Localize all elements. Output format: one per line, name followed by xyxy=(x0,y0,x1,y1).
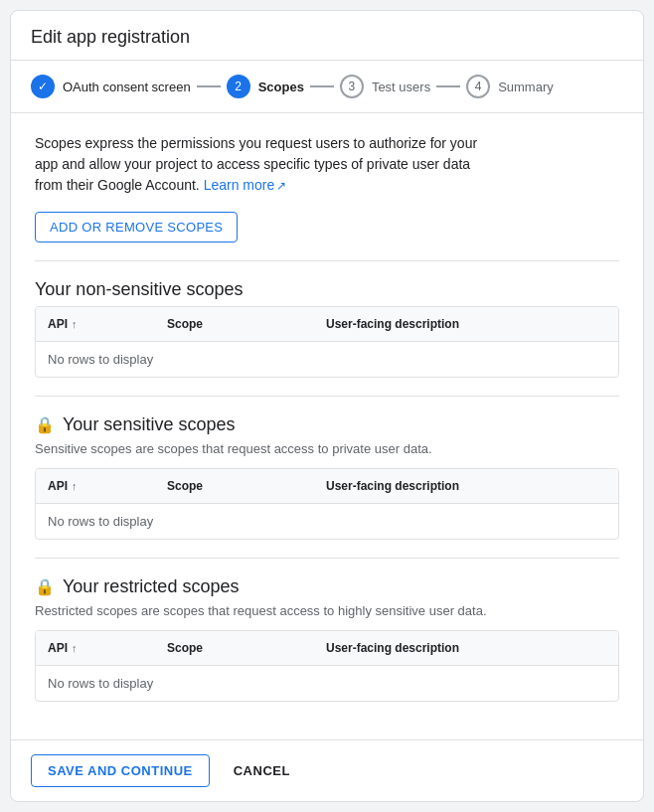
step-label-oauth: OAuth consent screen xyxy=(63,80,191,94)
step-circle-summary: 4 xyxy=(466,75,490,98)
sensitive-col-desc: User-facing description xyxy=(326,479,606,493)
restricted-title: 🔒 Your restricted scopes xyxy=(35,576,619,597)
sort-icon-restricted: ↑ xyxy=(72,642,78,654)
restricted-description: Restricted scopes are scopes that reques… xyxy=(35,603,619,618)
sensitive-col-api: API ↑ xyxy=(48,479,167,493)
divider-3 xyxy=(35,558,619,559)
connector-3 xyxy=(436,85,460,87)
sensitive-title-text: Your sensitive scopes xyxy=(63,414,235,435)
step-circle-test-users: 3 xyxy=(340,75,364,98)
restricted-title-text: Your restricted scopes xyxy=(63,576,239,597)
step-circle-oauth: ✓ xyxy=(31,75,55,98)
sensitive-section: 🔒 Your sensitive scopes Sensitive scopes… xyxy=(35,414,619,540)
non-sensitive-col-desc: User-facing description xyxy=(326,317,606,331)
restricted-empty: No rows to display xyxy=(36,666,618,701)
sort-icon-sensitive: ↑ xyxy=(72,480,78,492)
stepper: ✓ OAuth consent screen 2 Scopes 3 Test u… xyxy=(11,61,643,113)
step-label-test-users: Test users xyxy=(372,80,430,94)
non-sensitive-table: API ↑ Scope User-facing description No r… xyxy=(35,306,619,378)
step-oauth: ✓ OAuth consent screen xyxy=(31,75,191,98)
sensitive-col-scope: Scope xyxy=(167,479,326,493)
page-title: Edit app registration xyxy=(11,11,643,61)
non-sensitive-title-text: Your non-sensitive scopes xyxy=(35,279,243,300)
connector-2 xyxy=(310,85,334,87)
step-test-users: 3 Test users xyxy=(340,75,430,98)
main-card: Edit app registration ✓ OAuth consent sc… xyxy=(10,10,644,802)
non-sensitive-col-scope: Scope xyxy=(167,317,326,331)
restricted-col-desc: User-facing description xyxy=(326,641,606,655)
restricted-col-scope: Scope xyxy=(167,641,326,655)
connector-1 xyxy=(197,85,221,87)
external-link-icon: ↗ xyxy=(276,177,286,195)
step-scopes: 2 Scopes xyxy=(227,75,304,98)
footer: SAVE AND CONTINUE CANCEL xyxy=(11,739,643,801)
non-sensitive-section: Your non-sensitive scopes API ↑ Scope Us… xyxy=(35,279,619,378)
divider-1 xyxy=(35,260,619,261)
lock-icon-restricted: 🔒 xyxy=(35,577,55,596)
sensitive-empty: No rows to display xyxy=(36,504,618,539)
step-circle-scopes: 2 xyxy=(227,75,250,98)
restricted-col-api: API ↑ xyxy=(48,641,167,655)
add-remove-scopes-button[interactable]: ADD OR REMOVE SCOPES xyxy=(35,212,238,243)
save-continue-button[interactable]: SAVE AND CONTINUE xyxy=(31,754,210,787)
non-sensitive-table-header: API ↑ Scope User-facing description xyxy=(36,307,618,342)
learn-more-link[interactable]: Learn more↗ xyxy=(204,177,287,193)
non-sensitive-empty: No rows to display xyxy=(36,342,618,377)
sort-icon-api: ↑ xyxy=(72,318,78,330)
sensitive-title: 🔒 Your sensitive scopes xyxy=(35,414,619,435)
lock-icon-sensitive: 🔒 xyxy=(35,415,55,434)
non-sensitive-title: Your non-sensitive scopes xyxy=(35,279,619,300)
restricted-section: 🔒 Your restricted scopes Restricted scop… xyxy=(35,576,619,702)
step-label-scopes: Scopes xyxy=(258,80,304,94)
cancel-button[interactable]: CANCEL xyxy=(226,755,298,786)
learn-more-label: Learn more xyxy=(204,177,275,193)
step-label-summary: Summary xyxy=(498,80,554,94)
step-summary: 4 Summary xyxy=(466,75,554,98)
restricted-table: API ↑ Scope User-facing description No r… xyxy=(35,630,619,702)
sensitive-description: Sensitive scopes are scopes that request… xyxy=(35,441,619,456)
main-content: Scopes express the permissions you reque… xyxy=(11,113,643,739)
sensitive-table-header: API ↑ Scope User-facing description xyxy=(36,469,618,504)
non-sensitive-col-api: API ↑ xyxy=(48,317,167,331)
divider-2 xyxy=(35,396,619,397)
sensitive-table: API ↑ Scope User-facing description No r… xyxy=(35,468,619,540)
restricted-table-header: API ↑ Scope User-facing description xyxy=(36,631,618,666)
scopes-description: Scopes express the permissions you reque… xyxy=(35,133,492,196)
